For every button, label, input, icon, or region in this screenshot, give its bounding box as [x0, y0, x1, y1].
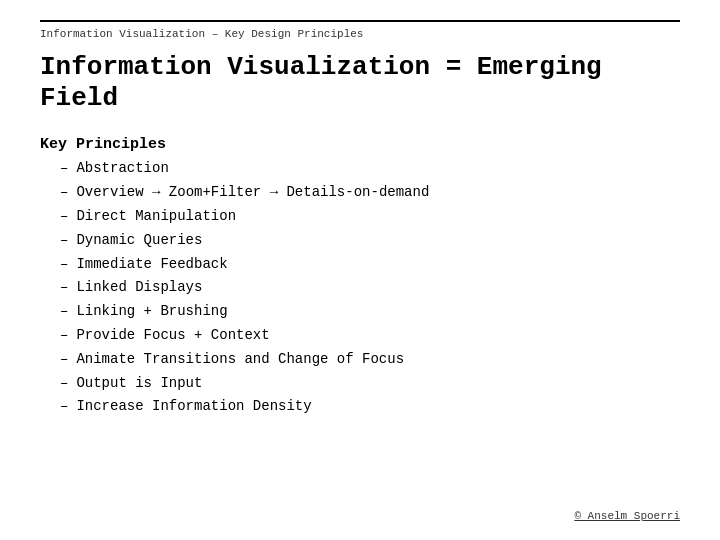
dash: – — [60, 348, 68, 372]
arrow-icon: → — [270, 184, 278, 200]
main-title: Information Visualization = Emerging Fie… — [40, 52, 680, 114]
principle-text: Output is Input — [76, 372, 202, 396]
principle-text: Immediate Feedback — [76, 253, 227, 277]
dash: – — [60, 253, 68, 277]
key-principles-heading: Key Principles — [40, 136, 680, 153]
list-item: – Immediate Feedback — [40, 253, 680, 277]
dash: – — [60, 181, 68, 205]
principle-text: Direct Manipulation — [76, 205, 236, 229]
arrow-icon: → — [152, 184, 160, 200]
principle-text: Linked Displays — [76, 276, 202, 300]
principle-text: Dynamic Queries — [76, 229, 202, 253]
principle-text: Provide Focus + Context — [76, 324, 269, 348]
list-item: – Provide Focus + Context — [40, 324, 680, 348]
dash: – — [60, 300, 68, 324]
top-bar — [40, 20, 680, 22]
copyright[interactable]: © Anselm Spoerri — [574, 510, 680, 522]
list-item: – Direct Manipulation — [40, 205, 680, 229]
dash: – — [60, 324, 68, 348]
list-item: – Output is Input — [40, 372, 680, 396]
dash: – — [60, 205, 68, 229]
slide-container: Information Visualization – Key Design P… — [0, 0, 720, 540]
dash: – — [60, 157, 68, 181]
principle-text: Linking + Brushing — [76, 300, 227, 324]
list-item: – Linked Displays — [40, 276, 680, 300]
list-item: – Animate Transitions and Change of Focu… — [40, 348, 680, 372]
dash: – — [60, 395, 68, 419]
dash: – — [60, 276, 68, 300]
list-item: – Dynamic Queries — [40, 229, 680, 253]
list-item: – Abstraction — [40, 157, 680, 181]
slide-label: Information Visualization – Key Design P… — [40, 28, 680, 40]
list-item: – Increase Information Density — [40, 395, 680, 419]
principle-text: Animate Transitions and Change of Focus — [76, 348, 404, 372]
principle-text: Abstraction — [76, 157, 168, 181]
principle-text: Overview → Zoom+Filter → Details-on-dema… — [76, 181, 429, 205]
principles-list: – Abstraction – Overview → Zoom+Filter →… — [40, 157, 680, 419]
list-item: – Linking + Brushing — [40, 300, 680, 324]
list-item: – Overview → Zoom+Filter → Details-on-de… — [40, 181, 680, 205]
dash: – — [60, 229, 68, 253]
dash: – — [60, 372, 68, 396]
principle-text: Increase Information Density — [76, 395, 311, 419]
